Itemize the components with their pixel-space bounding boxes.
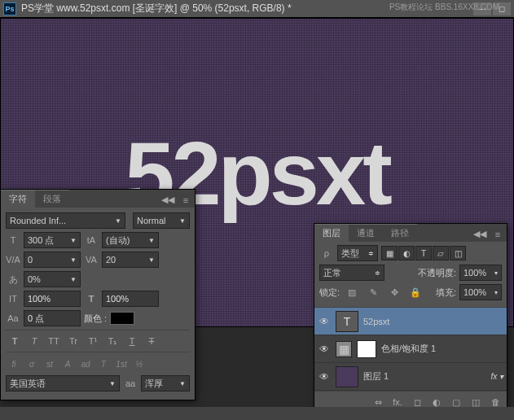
layer-mask-thumbnail [357,340,376,358]
layer-row[interactable]: 👁 T 52psxt [314,308,507,335]
layer-thumbnail-text: T [336,311,358,332]
layer-row[interactable]: 👁 图层 1 fx ▾ [314,363,507,391]
scale-icon: あ [6,273,20,286]
ot-ordinals-button[interactable]: T [95,357,112,370]
kerning-icon: V/A [6,255,20,265]
visibility-toggle[interactable]: 👁 [318,316,331,327]
ot-stylistic-button[interactable]: ½ [131,357,147,370]
layer-thumbnail [336,366,358,387]
blend-mode-value: 正常 [323,267,341,279]
layer-list: 👁 T 52psxt 👁 ▦ 色相/饱和度 1 👁 图层 1 fx ▾ [314,308,507,391]
opacity-value: 100% [463,268,486,278]
antialias-value: 浑厚 [145,378,163,390]
chevron-down-icon: ▼ [148,237,155,244]
lock-pixels-button[interactable]: ✎ [364,285,382,300]
ot-swash-button[interactable]: st [42,357,58,370]
opacity-field[interactable]: 100%▾ [459,265,502,281]
hscale-field[interactable]: 100% [102,291,159,307]
lock-transparency-button[interactable]: ▨ [343,285,361,300]
chevron-down-icon: ▾ [494,269,498,277]
baseline-shift-icon: Aa [6,313,20,323]
font-size-icon: T [6,235,20,245]
filter-icon: ρ [319,248,334,258]
tab-character[interactable]: 字符 [1,190,35,208]
filter-adjust-icon[interactable]: ◐ [398,246,415,260]
layer-row[interactable]: 👁 ▦ 色相/饱和度 1 [314,335,507,363]
kerning-field[interactable]: 0▼ [24,252,81,268]
fill-field[interactable]: 100%▾ [459,284,502,300]
ot-fractions-button[interactable]: 1st [113,357,130,370]
vscale-field[interactable]: 100% [24,291,81,307]
aa-icon: aa [123,378,138,388]
watermark-text: PS教程论坛 BBS.16XX8.COM [389,2,499,13]
tsume-field[interactable]: 0%▼ [24,271,81,287]
ot-ligatures-button[interactable]: fi [6,357,22,370]
fill-value: 100% [463,287,486,297]
faux-bold-button[interactable]: T [6,334,24,348]
chevron-down-icon: ≑ [368,250,374,257]
chevron-down-icon: ▼ [70,276,77,283]
superscript-button[interactable]: T¹ [84,334,102,348]
ot-alternates-button[interactable]: A [59,357,76,370]
language-value: 美国英语 [10,378,46,390]
chevron-down-icon: ▼ [70,237,77,244]
chevron-down-icon: ≑ [375,269,380,277]
smallcaps-button[interactable]: Tr [64,334,82,348]
filter-type-icon[interactable]: T [415,246,432,260]
visibility-toggle[interactable]: 👁 [318,343,331,355]
language-dropdown[interactable]: 美国英语▼ [6,375,120,392]
panel-menu-icon[interactable]: ≡ [177,193,195,208]
character-panel: 字符 段落 ◀◀ ≡ Rounded Inf...▼ Normal▼ T 300… [0,189,195,400]
baseline-shift-field[interactable]: 0 点 [24,310,81,326]
chevron-down-icon: ▼ [115,217,121,225]
filter-shape-icon[interactable]: ▱ [433,246,449,260]
lock-label: 锁定: [319,287,340,299]
tab-layers[interactable]: 图层 [314,224,349,242]
leading-icon: tA [84,235,99,245]
font-style-dropdown[interactable]: Normal▼ [133,212,190,229]
faux-italic-button[interactable]: T [25,334,43,348]
font-size-field[interactable]: 300 点▼ [24,232,81,248]
lock-position-button[interactable]: ✥ [385,285,403,300]
filter-pixel-icon[interactable]: ▦ [381,246,398,260]
allcaps-button[interactable]: TT [45,334,63,348]
chevron-down-icon: ▼ [109,380,116,387]
layer-thumbnail-adjustment: ▦ [336,341,352,357]
lock-all-button[interactable]: 🔒 [406,285,424,300]
fx-icon[interactable]: fx ▾ [490,372,503,381]
hscale-icon: T [84,294,99,304]
leading-value: (自动) [106,234,130,247]
tab-paths[interactable]: 路径 [383,224,417,242]
visibility-toggle[interactable]: 👁 [318,371,331,383]
tsume-value: 0% [28,274,41,284]
tracking-field[interactable]: 20▼ [102,252,159,268]
panel-collapse-icon[interactable]: ◀◀ [159,192,177,208]
antialias-dropdown[interactable]: 浑厚▼ [141,375,190,392]
tab-paragraph[interactable]: 段落 [35,190,69,208]
panel-collapse-icon[interactable]: ◀◀ [471,226,489,242]
font-family-value: Rounded Inf... [10,216,66,225]
layer-name[interactable]: 色相/饱和度 1 [381,343,503,355]
blend-mode-dropdown[interactable]: 正常≑ [319,265,384,281]
layer-name[interactable]: 52psxt [363,317,503,326]
filter-kind-dropdown[interactable]: 类型≑ [337,245,378,261]
font-style-value: Normal [137,216,165,225]
strikethrough-button[interactable]: T [143,334,160,348]
font-family-dropdown[interactable]: Rounded Inf...▼ [6,212,125,229]
leading-field[interactable]: (自动)▼ [102,232,159,248]
ot-titling-button[interactable]: ad [77,357,94,370]
panel-menu-icon[interactable]: ≡ [489,227,507,242]
ot-contextual-button[interactable]: σ [24,357,40,370]
chevron-down-icon: ▼ [70,256,77,264]
chevron-down-icon: ▼ [179,380,186,387]
chevron-down-icon: ▼ [148,256,155,264]
horizontal-scrollbar[interactable] [0,407,514,420]
filter-smart-icon[interactable]: ◫ [450,246,466,260]
underline-button[interactable]: T [123,334,141,348]
chevron-down-icon: ▼ [179,217,186,225]
subscript-button[interactable]: T₁ [103,334,121,348]
tab-channels[interactable]: 通道 [349,224,383,242]
tracking-icon: VA [84,255,99,265]
layer-name[interactable]: 图层 1 [363,370,485,383]
text-color-swatch[interactable] [110,312,134,325]
